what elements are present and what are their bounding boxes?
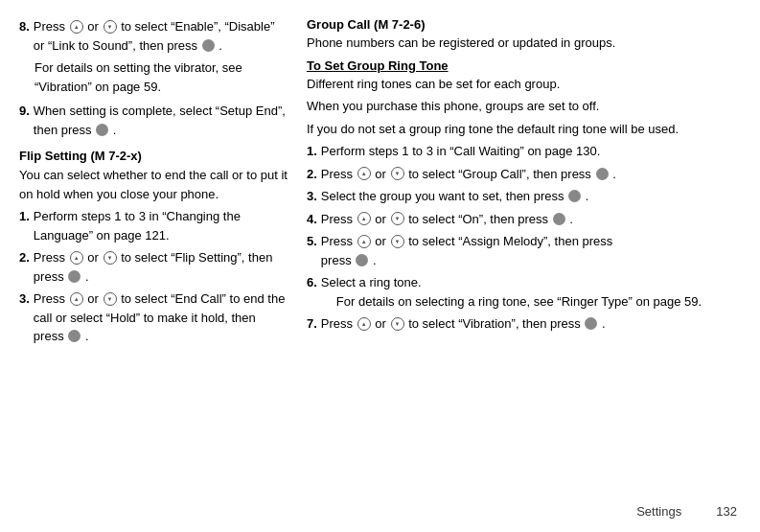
right-item-6-indent: For details on selecting a ring tone, se… xyxy=(336,294,702,309)
flip-item-2: 2. Press or to select “Flip Setting”, th… xyxy=(19,248,288,286)
right-item-6: 6. Select a ring tone. For details on se… xyxy=(307,273,741,311)
nav-down-icon-r5 xyxy=(391,235,404,248)
circle-icon-r7 xyxy=(585,317,597,330)
right-item-7-num: 7. xyxy=(307,314,317,334)
right-item-7: 7. Press or to select “Vibration”, then … xyxy=(307,314,741,334)
right-item-6-text: Select a ring tone. For details on selec… xyxy=(321,273,702,311)
right-item-7-press: Press xyxy=(321,316,353,331)
item-8-indent: For details on setting the vibrator, see… xyxy=(35,58,288,96)
right-item-5-after: . xyxy=(373,253,377,267)
right-item-5-num: 5. xyxy=(307,232,317,269)
circle-icon-flip2 xyxy=(68,270,81,283)
nav-up-icon-r4 xyxy=(357,212,371,225)
left-column: 8. Press or to select “Enable”, “Disable… xyxy=(19,17,288,515)
set-ring-body1: Different ring tones can be set for each… xyxy=(307,75,741,94)
right-item-5: 5. Press or to select “Assign Melody”, t… xyxy=(307,232,741,269)
right-item-2-num: 2. xyxy=(307,165,317,184)
circle-icon-8 xyxy=(202,39,215,52)
flip-item-2-num: 2. xyxy=(19,248,30,286)
circle-icon-r2 xyxy=(596,168,609,180)
right-item-5-press: Press xyxy=(321,234,353,248)
item-8: 8. Press or to select “Enable”, “Disable… xyxy=(19,17,288,55)
circle-icon-r3 xyxy=(568,190,581,202)
footer-label: Settings xyxy=(636,504,681,519)
circle-icon-r5 xyxy=(356,254,368,266)
flip-item-3-press: Press xyxy=(34,291,65,306)
flip-item-1-num: 1. xyxy=(19,207,30,244)
right-item-7-after: . xyxy=(602,316,606,331)
right-item-7-text: Press or to select “Vibration”, then pre… xyxy=(321,314,606,334)
nav-up-icon-flip3 xyxy=(70,292,83,306)
nav-down-icon-r4 xyxy=(391,212,404,225)
right-item-4-press: Press xyxy=(321,212,353,226)
flip-item-3: 3. Press or to select “End Call” to end … xyxy=(19,289,288,346)
flip-item-3-or: or xyxy=(87,291,102,306)
page-container: 8. Press or to select “Enable”, “Disable… xyxy=(0,0,760,532)
right-item-4: 4. Press or to select “On”, then press . xyxy=(307,210,741,229)
set-ring-body2: When you purchase this phone, groups are… xyxy=(307,97,741,116)
flip-item-3-after: . xyxy=(85,329,89,343)
nav-up-icon-r5 xyxy=(357,235,371,248)
nav-down-icon-r2 xyxy=(391,167,404,180)
right-column: Group Call (M 7-2-6) Phone numbers can b… xyxy=(307,17,741,515)
nav-down-icon-r7 xyxy=(391,317,404,331)
item-9-after: . xyxy=(113,123,117,137)
item-8-num: 8. xyxy=(19,17,30,55)
flip-item-2-press: Press xyxy=(34,250,65,265)
group-call-body: Phone numbers can be registered or updat… xyxy=(307,34,741,53)
right-item-5-text: Press or to select “Assign Melody”, then… xyxy=(321,232,612,269)
right-item-1-num: 1. xyxy=(307,142,317,161)
item-8-or: or xyxy=(87,19,102,34)
right-item-2: 2. Press or to select “Group Call”, then… xyxy=(307,165,741,184)
flip-item-2-or: or xyxy=(87,250,102,265)
flip-item-1-text: Perform steps 1 to 3 in “Changing the La… xyxy=(34,207,288,244)
right-item-1: 1. Perform steps 1 to 3 in “Call Waiting… xyxy=(307,142,741,161)
footer-page: 132 xyxy=(716,504,737,519)
right-item-3-before: Select the group you want to set, then p… xyxy=(321,189,564,203)
right-item-3-after: . xyxy=(586,189,589,203)
right-item-4-mid: to select “On”, then press xyxy=(408,212,548,226)
item-8-period: . xyxy=(219,38,222,53)
nav-down-icon-8 xyxy=(104,20,117,34)
right-item-2-press: Press xyxy=(321,167,353,181)
page-footer: Settings 132 xyxy=(636,504,737,519)
circle-icon-r4 xyxy=(553,213,565,225)
flip-item-2-text: Press or to select “Flip Setting”, then … xyxy=(34,248,288,286)
flip-item-2-after: . xyxy=(85,269,89,284)
item-9: 9. When setting is complete, select “Set… xyxy=(19,102,288,139)
right-item-4-text: Press or to select “On”, then press . xyxy=(321,210,573,229)
right-item-4-after: . xyxy=(569,212,573,226)
right-item-3-num: 3. xyxy=(307,187,317,206)
nav-down-icon-flip2 xyxy=(104,251,117,265)
right-item-2-text: Press or to select “Group Call”, then pr… xyxy=(321,165,616,184)
right-item-4-or: or xyxy=(375,212,389,226)
group-call-title: Group Call (M 7-2-6) xyxy=(307,17,741,32)
right-item-2-after: . xyxy=(612,167,616,181)
flip-setting-title: Flip Setting (M 7-2-x) xyxy=(19,149,288,163)
right-item-2-mid: to select “Group Call”, then press xyxy=(408,167,591,181)
flip-item-3-text: Press or to select “End Call” to end the… xyxy=(34,289,288,346)
right-item-7-or: or xyxy=(375,316,389,331)
circle-icon-flip3 xyxy=(68,330,81,342)
right-item-3: 3. Select the group you want to set, the… xyxy=(307,187,741,206)
set-ring-body3: If you do not set a group ring tone the … xyxy=(307,120,741,139)
right-item-5-or: or xyxy=(375,234,389,248)
right-item-5-mid: to select “Assign Melody”, then press xyxy=(408,234,612,248)
item-9-main: When setting is complete, select “Setup … xyxy=(34,104,286,137)
item-8-press: Press xyxy=(34,19,65,34)
right-item-1-text: Perform steps 1 to 3 in “Call Waiting” o… xyxy=(321,142,600,161)
right-item-3-text: Select the group you want to set, then p… xyxy=(321,187,589,206)
item-9-num: 9. xyxy=(19,102,30,139)
item-9-text: When setting is complete, select “Setup … xyxy=(34,102,288,139)
flip-item-3-num: 3. xyxy=(19,289,30,346)
set-ring-tone-title: To Set Group Ring Tone xyxy=(307,58,741,73)
right-item-2-or: or xyxy=(375,167,389,181)
right-item-6-num: 6. xyxy=(307,273,317,311)
right-item-6-main: Select a ring tone. xyxy=(321,275,422,289)
flip-setting-section: Flip Setting (M 7-2-x) You can select wh… xyxy=(19,149,288,346)
right-item-4-num: 4. xyxy=(307,210,317,229)
nav-up-icon-flip2 xyxy=(70,251,83,265)
nav-up-icon-r2 xyxy=(357,167,371,180)
flip-setting-body: You can select whether to end the call o… xyxy=(19,166,288,203)
item-8-text: Press or to select “Enable”, “Disable” o… xyxy=(34,17,288,55)
